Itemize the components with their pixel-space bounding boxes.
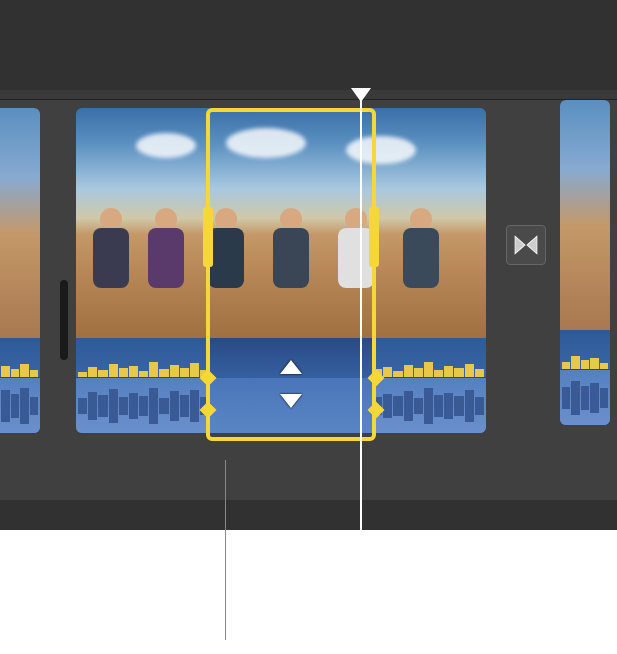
clip-audio-track[interactable] <box>560 330 610 425</box>
clip-thumbnail-main[interactable] <box>76 108 486 433</box>
playhead[interactable] <box>360 90 362 650</box>
waveform-icon <box>560 351 610 369</box>
timeline[interactable] <box>0 90 617 500</box>
speed-decrease-button[interactable] <box>280 394 302 408</box>
clip-thumbnail-left[interactable] <box>0 108 40 433</box>
transition-bowtie-icon <box>513 232 539 258</box>
thumbnail-scene <box>126 128 446 188</box>
waveform-icon <box>0 386 40 426</box>
clip-audio-track[interactable] <box>0 338 40 433</box>
clip-video-thumb[interactable] <box>76 108 486 338</box>
arrow-up-icon <box>280 360 302 374</box>
clip-edge-handle[interactable] <box>60 280 68 360</box>
toolbar-area <box>0 0 617 40</box>
clip-video-thumb[interactable] <box>560 100 610 330</box>
clip-thumbnail-right[interactable] <box>560 100 610 425</box>
arrow-down-icon <box>280 394 302 408</box>
callout-leader-line <box>225 460 226 640</box>
waveform-icon <box>560 378 610 418</box>
playhead-marker-icon[interactable] <box>351 88 371 102</box>
transition-badge[interactable] <box>506 225 546 265</box>
editor-frame <box>0 0 617 530</box>
waveform-icon <box>0 359 40 377</box>
speed-increase-button[interactable] <box>280 360 302 374</box>
clips-row <box>0 100 617 440</box>
timeline-ruler[interactable] <box>0 90 617 100</box>
clip-video-thumb[interactable] <box>0 108 40 338</box>
